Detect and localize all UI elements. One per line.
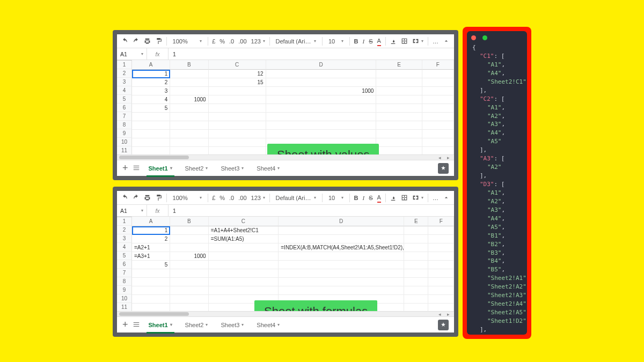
cell[interactable] [209, 252, 279, 261]
cell[interactable] [376, 87, 422, 95]
cell[interactable] [170, 78, 208, 87]
sheet-tab[interactable]: Sheet1▾ [144, 320, 177, 330]
cell[interactable] [428, 261, 454, 269]
sheet-tab[interactable]: Sheet3▾ [216, 320, 248, 330]
cell[interactable] [170, 87, 208, 95]
cell[interactable]: 2 [132, 235, 170, 243]
italic-button[interactable]: I [363, 195, 365, 201]
cell[interactable] [132, 304, 170, 311]
name-box[interactable]: A1 [117, 48, 147, 60]
row-header[interactable]: 5 [117, 252, 132, 260]
column-header[interactable]: F [428, 217, 454, 226]
cell[interactable] [422, 87, 454, 95]
cell[interactable]: 1000 [266, 87, 377, 95]
decrease-decimal-button[interactable]: .0 [229, 38, 234, 45]
cell[interactable] [170, 147, 208, 154]
cell[interactable] [404, 261, 429, 269]
row-header[interactable]: 2 [117, 69, 132, 78]
chevron-down-icon[interactable]: ▾ [277, 322, 280, 327]
cell[interactable] [170, 104, 208, 113]
cell[interactable] [404, 226, 429, 235]
chevron-down-icon[interactable]: ▾ [170, 166, 172, 171]
cell[interactable]: 2 [132, 78, 170, 87]
column-header[interactable]: A [132, 217, 170, 226]
cell[interactable]: 1000 [170, 95, 208, 104]
paint-format-icon[interactable] [155, 194, 162, 201]
row-header[interactable]: 9 [117, 129, 132, 138]
cell[interactable] [209, 95, 266, 104]
borders-icon[interactable] [401, 38, 408, 45]
cell[interactable] [376, 130, 422, 138]
increase-decimal-button[interactable]: .00 [238, 195, 246, 201]
percent-button[interactable]: % [219, 38, 225, 45]
cell[interactable] [376, 113, 422, 121]
cell[interactable] [132, 295, 170, 304]
cell[interactable] [428, 243, 454, 252]
cell[interactable] [170, 269, 208, 278]
scrollbar-arrows[interactable]: ◂ ▸ [438, 312, 452, 317]
bold-button[interactable]: B [354, 38, 358, 45]
currency-button[interactable]: £ [212, 38, 215, 45]
cell[interactable] [170, 286, 208, 295]
cell[interactable]: 5 [132, 104, 170, 113]
cell[interactable] [422, 113, 454, 121]
row-header[interactable]: 3 [117, 234, 132, 243]
column-header[interactable]: C [209, 60, 266, 70]
chevron-down-icon[interactable]: ▾ [277, 166, 280, 171]
cell[interactable] [209, 130, 266, 138]
cell[interactable] [428, 269, 454, 278]
cell[interactable] [404, 304, 429, 311]
sheet-tab[interactable]: Sheet4▾ [252, 320, 284, 330]
explore-button[interactable] [438, 320, 449, 330]
cell[interactable] [132, 121, 170, 130]
cell[interactable] [170, 261, 208, 269]
cell[interactable] [422, 78, 454, 87]
zoom-dropdown[interactable]: 100% [171, 38, 203, 45]
text-color-button[interactable]: A [377, 38, 381, 45]
horizontal-scrollbar[interactable]: ◂ ▸ [117, 311, 454, 316]
formula-input[interactable]: 1 [169, 208, 454, 214]
undo-icon[interactable] [121, 38, 128, 45]
cell[interactable] [376, 78, 422, 87]
scrollbar-thumb[interactable] [119, 156, 189, 159]
cell[interactable] [279, 278, 404, 286]
cell[interactable] [422, 138, 454, 147]
cell[interactable] [209, 261, 279, 269]
column-header[interactable]: F [422, 60, 454, 70]
cell[interactable] [266, 113, 377, 121]
cell[interactable] [209, 104, 266, 113]
row-header[interactable]: 8 [117, 277, 132, 286]
cell[interactable] [404, 252, 429, 261]
cell[interactable] [428, 235, 454, 243]
cell[interactable]: =INDEX(A:B,MATCH(A4,Sheet2!A1:A5,Sheet1!… [279, 243, 404, 252]
close-icon[interactable] [471, 35, 476, 40]
column-header[interactable]: B [170, 217, 208, 226]
cell[interactable]: 1 [132, 70, 170, 78]
cell[interactable] [132, 269, 170, 278]
chevron-down-icon[interactable]: ▾ [241, 322, 244, 327]
text-color-button[interactable]: A [377, 194, 381, 202]
cell[interactable]: =A1+A4+Sheet2!C1 [209, 226, 279, 235]
sheet-tab[interactable]: Sheet1▾ [144, 163, 177, 174]
cell[interactable] [170, 295, 208, 304]
column-header[interactable]: E [376, 60, 422, 70]
add-sheet-button[interactable]: + [122, 162, 128, 174]
cell[interactable] [132, 286, 170, 295]
cell[interactable] [170, 138, 208, 147]
font-size-dropdown[interactable]: 10 [327, 194, 345, 202]
sheet-tab[interactable]: Sheet3▾ [216, 163, 248, 174]
cell[interactable] [266, 78, 377, 87]
merge-cells-icon[interactable] [412, 38, 423, 45]
row-header[interactable]: 11 [117, 303, 132, 311]
cell[interactable] [170, 226, 208, 235]
number-format-dropdown[interactable]: 123 [251, 195, 265, 201]
column-header[interactable]: E [404, 217, 429, 226]
cell[interactable] [376, 147, 422, 154]
cell[interactable] [428, 226, 454, 235]
formula-input[interactable]: 1 [169, 51, 454, 57]
cell[interactable] [376, 95, 422, 104]
zoom-dropdown[interactable]: 100% [171, 194, 203, 202]
cell[interactable] [170, 130, 208, 138]
grid[interactable]: 1234567891011ABCDEF11221531000410005Shee… [117, 60, 454, 154]
row-header[interactable]: 3 [117, 78, 132, 86]
